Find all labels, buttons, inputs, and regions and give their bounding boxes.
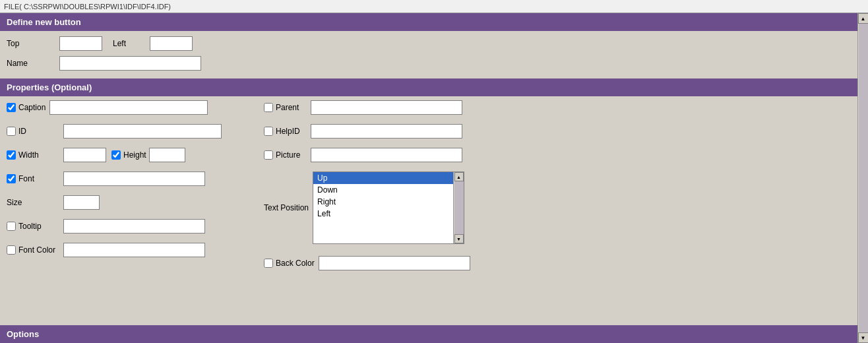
dropdown-scroll-up[interactable]: ▲ (454, 172, 464, 181)
parent-input[interactable] (311, 100, 462, 115)
dropdown-scrollbar: ▲ ▼ (453, 172, 464, 243)
width-height-row: Width 200 Height 30 (7, 148, 257, 162)
size-input[interactable]: 9 (63, 195, 100, 210)
name-label: Name (7, 59, 59, 68)
picture-row: Picture "FileName.BMP" (264, 148, 852, 162)
parent-checkbox-label[interactable]: Parent (264, 103, 307, 112)
caption-checkbox-label[interactable]: Caption (7, 103, 46, 112)
picture-checkbox[interactable] (264, 150, 273, 160)
caption-input[interactable]: "Do the operation" (49, 100, 208, 115)
caption-row: Caption "Do the operation" (7, 100, 257, 115)
dropdown-scroll-track (454, 181, 464, 234)
properties-section-label: Properties (Optional) (7, 82, 92, 92)
options-section-label: Options (7, 329, 39, 339)
width-checkbox[interactable] (7, 150, 16, 160)
back-color-row: Back Color {236,233,216} (264, 256, 852, 270)
main-scrollbar: ▲ ▼ (857, 13, 868, 343)
dropdown-item-up[interactable]: Up (313, 172, 464, 184)
scroll-up-btn[interactable]: ▲ (858, 13, 869, 24)
options-section-header: Options (0, 325, 857, 343)
top-label: Top (7, 39, 59, 48)
text-position-dropdown[interactable]: Up Down Right Left ▲ ▼ (313, 172, 464, 244)
helpid-checkbox[interactable] (264, 127, 273, 136)
size-label: Size (7, 198, 59, 207)
back-color-checkbox[interactable] (264, 259, 273, 268)
parent-checkbox[interactable] (264, 103, 273, 112)
dropdown-item-right[interactable]: Right (313, 196, 464, 208)
left-label: Left (113, 39, 146, 48)
id-input[interactable] (63, 124, 222, 139)
left-input[interactable]: 17 (150, 36, 193, 51)
font-color-checkbox[interactable] (7, 245, 16, 255)
helpid-checkbox-label[interactable]: HelpID (264, 127, 307, 136)
scroll-down-btn[interactable]: ▼ (858, 332, 869, 343)
title-text: FILE( C:\SSRPWI\DOUBLES\RPWI1\IDF\IDF4.I… (4, 3, 171, 11)
tooltip-row: Tooltip (7, 219, 257, 234)
back-color-checkbox-label[interactable]: Back Color (264, 259, 315, 268)
font-color-input[interactable]: {0,0,0} (63, 243, 205, 257)
height-input[interactable]: 30 (149, 148, 185, 162)
picture-input[interactable]: "FileName.BMP" (311, 148, 462, 162)
size-row: Size 9 (7, 195, 257, 210)
font-checkbox-label[interactable]: Font (7, 174, 59, 183)
dropdown-item-down[interactable]: Down (313, 184, 464, 196)
font-input[interactable]: "arial" (63, 172, 205, 186)
back-color-input[interactable]: {236,233,216} (319, 256, 470, 270)
id-checkbox[interactable] (7, 127, 16, 136)
helpid-input[interactable] (311, 124, 462, 139)
text-position-label-row: Text Position Up Down Right Left ▲ ▼ (264, 172, 852, 244)
id-row: ID (7, 124, 257, 139)
main-container: ▲ ▼ Define new button Top 74 Left 17 Nam… (0, 13, 868, 343)
font-color-row: Font Color {0,0,0} (7, 243, 257, 257)
font-checkbox[interactable] (7, 174, 16, 183)
helpid-row: HelpID (264, 124, 852, 139)
parent-row: Parent (264, 100, 852, 115)
define-section-label: Define new button (7, 17, 81, 27)
dropdown-item-left[interactable]: Left (313, 208, 464, 220)
text-position-label: Text Position (264, 203, 309, 212)
picture-checkbox-label[interactable]: Picture (264, 150, 307, 160)
text-position-list[interactable]: Up Down Right Left ▲ ▼ (313, 172, 464, 244)
tooltip-input[interactable] (63, 219, 205, 234)
font-color-checkbox-label[interactable]: Font Color (7, 245, 59, 255)
height-checkbox[interactable] (111, 150, 121, 160)
define-section-header: Define new button (0, 13, 868, 31)
scroll-track (859, 24, 868, 332)
width-input[interactable]: 200 (63, 148, 106, 162)
id-checkbox-label[interactable]: ID (7, 127, 59, 136)
title-bar: FILE( C:\SSRPWI\DOUBLES\RPWI1\IDF\IDF4.I… (0, 0, 868, 13)
tooltip-checkbox-label[interactable]: Tooltip (7, 222, 59, 231)
width-checkbox-label[interactable]: Width (7, 150, 59, 160)
name-row: Name btn1 (7, 56, 861, 71)
top-input[interactable]: 74 (59, 36, 102, 51)
tooltip-checkbox[interactable] (7, 222, 16, 231)
font-row: Font "arial" (7, 172, 257, 186)
caption-checkbox[interactable] (7, 103, 16, 112)
height-checkbox-label[interactable]: Height (111, 150, 146, 160)
dropdown-scroll-down[interactable]: ▼ (454, 234, 464, 243)
top-left-row: Top 74 Left 17 (7, 36, 861, 51)
properties-section-header: Properties (Optional) (0, 78, 868, 96)
name-input[interactable]: btn1 (59, 56, 201, 71)
